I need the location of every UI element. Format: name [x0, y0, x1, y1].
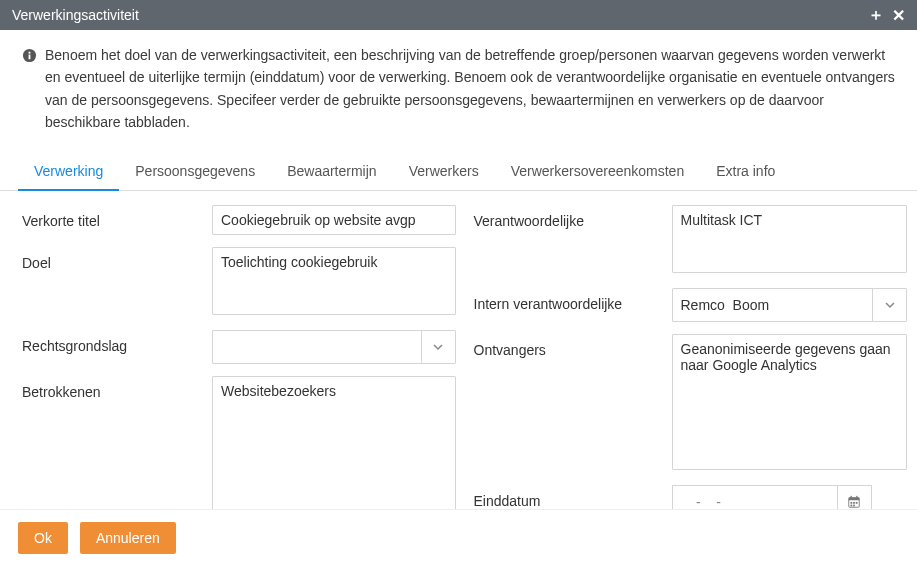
- input-intern-verantwoordelijke[interactable]: [673, 289, 873, 321]
- field-ontvangers: Ontvangers: [474, 334, 908, 473]
- title-bar: Verwerkingsactiviteit ＋ ✕: [0, 0, 917, 30]
- maximize-button[interactable]: ＋: [865, 4, 887, 26]
- input-einddatum[interactable]: [673, 486, 837, 509]
- combo-rechtsgrondslag: [212, 330, 456, 364]
- label-einddatum: Einddatum: [474, 485, 664, 509]
- label-verantwoordelijke: Verantwoordelijke: [474, 205, 664, 229]
- label-verkorte-titel: Verkorte titel: [22, 205, 204, 229]
- tab-extra-info[interactable]: Extra info: [700, 153, 791, 191]
- field-doel: Doel: [22, 247, 456, 318]
- window-title: Verwerkingsactiviteit: [12, 7, 865, 23]
- tab-verwerkers[interactable]: Verwerkers: [393, 153, 495, 191]
- label-ontvangers: Ontvangers: [474, 334, 664, 358]
- svg-rect-10: [851, 504, 853, 506]
- input-doel[interactable]: [212, 247, 456, 315]
- svg-rect-9: [856, 502, 858, 504]
- svg-rect-11: [853, 504, 855, 506]
- input-verkorte-titel[interactable]: [212, 205, 456, 235]
- cancel-button[interactable]: Annuleren: [80, 522, 176, 554]
- date-einddatum: [672, 485, 872, 509]
- tab-persoonsgegevens[interactable]: Persoonsgegevens: [119, 153, 271, 191]
- label-betrokkenen: Betrokkenen: [22, 376, 204, 400]
- combo-intern-verantwoordelijke: [672, 288, 908, 322]
- field-verantwoordelijke: Verantwoordelijke <span class="underline…: [474, 205, 908, 276]
- tab-bewaartermijn[interactable]: Bewaartermijn: [271, 153, 392, 191]
- field-intern-verantwoordelijke: Intern verantwoordelijke: [474, 288, 908, 322]
- close-button[interactable]: ✕: [887, 4, 909, 26]
- svg-rect-4: [849, 497, 860, 500]
- label-intern-verantwoordelijke: Intern verantwoordelijke: [474, 288, 664, 312]
- svg-rect-1: [29, 55, 31, 60]
- tab-bar: Verwerking Persoonsgegevens Bewaartermij…: [0, 152, 917, 191]
- ok-button[interactable]: Ok: [18, 522, 68, 554]
- chevron-down-icon[interactable]: [421, 331, 455, 363]
- svg-rect-7: [851, 502, 853, 504]
- input-rechtsgrondslag[interactable]: [213, 331, 421, 363]
- field-einddatum: Einddatum: [474, 485, 908, 509]
- form-area: Verkorte titel Doel Rechtsgrondslag: [0, 191, 917, 509]
- info-text: Benoem het doel van de verwerkingsactivi…: [45, 44, 895, 134]
- chevron-down-icon[interactable]: [872, 289, 906, 321]
- label-rechtsgrondslag: Rechtsgrondslag: [22, 330, 204, 354]
- label-doel: Doel: [22, 247, 204, 271]
- input-verantwoordelijke[interactable]: <span class="underline-deco">Multitask</…: [672, 205, 908, 273]
- field-rechtsgrondslag: Rechtsgrondslag: [22, 330, 456, 364]
- tab-verwerking[interactable]: Verwerking: [18, 153, 119, 191]
- svg-rect-2: [29, 52, 31, 54]
- field-verkorte-titel: Verkorte titel: [22, 205, 456, 235]
- field-betrokkenen: Betrokkenen: [22, 376, 456, 509]
- info-panel: Benoem het doel van de verwerkingsactivi…: [0, 30, 917, 146]
- svg-rect-6: [856, 495, 857, 498]
- info-icon: [22, 46, 37, 134]
- svg-rect-8: [853, 502, 855, 504]
- dialog-footer: Ok Annuleren: [0, 509, 917, 566]
- svg-rect-5: [851, 495, 852, 498]
- input-ontvangers[interactable]: [672, 334, 908, 470]
- calendar-icon[interactable]: [837, 486, 871, 509]
- input-betrokkenen[interactable]: [212, 376, 456, 509]
- tab-verwerkersovereenkomsten[interactable]: Verwerkersovereenkomsten: [495, 153, 701, 191]
